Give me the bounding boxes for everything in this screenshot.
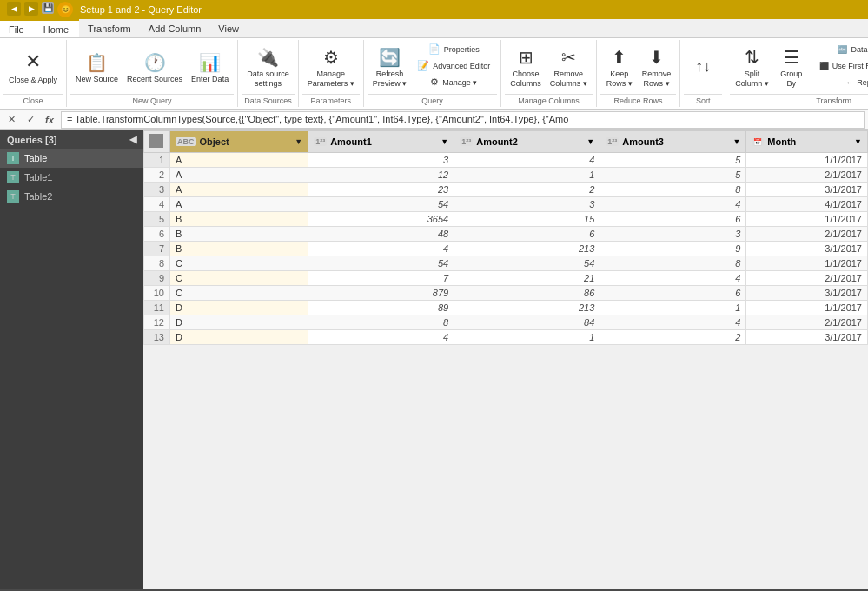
table-icon: T: [7, 152, 19, 164]
ribbon-group-manage-columns: ⊞ ChooseColumns ✂ RemoveColumns ▾ Manage…: [501, 40, 597, 107]
col-header-month[interactable]: 📅 Month ▼: [746, 131, 868, 153]
ribbon: ✕ Close & Apply Close 📋 New Source 🕐 Rec…: [0, 38, 868, 110]
close-apply-button[interactable]: ✕ Close & Apply: [5, 42, 61, 94]
object-filter-button[interactable]: ▼: [295, 137, 302, 146]
table-row: 13D4123/1/2017: [144, 330, 868, 345]
object-cell: C: [170, 271, 308, 286]
refresh-preview-button[interactable]: 🔄 RefreshPreview ▾: [369, 42, 411, 94]
tab-home[interactable]: Home: [33, 19, 79, 37]
amount1-cell: 8: [308, 315, 454, 330]
amount3-cell: 3: [600, 227, 746, 242]
col-header-object[interactable]: ABC Object ▼: [170, 131, 308, 153]
month-cell: 2/1/2017: [746, 227, 868, 242]
col-header-month-label: Month: [767, 136, 796, 147]
group-by-icon: ☰: [784, 47, 799, 68]
properties-button[interactable]: 📄 Properties: [412, 42, 495, 57]
back-icon[interactable]: ◀: [7, 2, 21, 16]
row-num-cell: 9: [144, 271, 170, 286]
first-row-headers-button[interactable]: ⬛ Use First Row As Headers ▾: [814, 58, 868, 74]
manage-parameters-button[interactable]: ⚙ ManageParameters ▾: [304, 42, 358, 94]
month-cell: 2/1/2017: [746, 315, 868, 330]
remove-rows-button[interactable]: ⬇ RemoveRows ▾: [639, 42, 675, 94]
formula-fx-button[interactable]: fx: [42, 112, 57, 128]
data-area: ABC Object ▼ 1²³ Amount1 ▼: [143, 130, 868, 589]
amount3-cell: 6: [600, 286, 746, 301]
formula-cancel-button[interactable]: ✕: [3, 112, 19, 128]
object-cell: A: [170, 197, 308, 212]
sort-asc-button[interactable]: ↑↓: [686, 42, 720, 94]
col-header-amount3[interactable]: 1²³ Amount3 ▼: [600, 131, 746, 153]
data-source-settings-button[interactable]: 🔌 Data sourcesettings: [243, 42, 293, 94]
choose-columns-button[interactable]: ⊞ ChooseColumns: [507, 42, 545, 94]
sidebar-item-table2[interactable]: T Table2: [0, 187, 143, 206]
amount1-type-icon: 1²³: [314, 137, 327, 146]
row-num-cell: 10: [144, 286, 170, 301]
choose-columns-icon: ⊞: [519, 47, 533, 68]
split-column-icon: ⇅: [745, 47, 759, 68]
recent-sources-button[interactable]: 🕐 Recent Sources: [123, 42, 186, 94]
replace-values-button[interactable]: ↔ Replace Values: [821, 75, 868, 90]
data-table: ABC Object ▼ 1²³ Amount1 ▼: [143, 130, 868, 345]
table-row: 4A54344/1/2017: [144, 197, 868, 212]
amount2-type-icon: 1²³: [460, 137, 473, 146]
save-icon[interactable]: 💾: [42, 2, 54, 14]
sidebar-header: Queries [3] ◀: [0, 130, 143, 149]
object-cell: D: [170, 330, 308, 345]
remove-rows-icon: ⬇: [649, 47, 664, 68]
object-cell: C: [170, 256, 308, 271]
amount3-cell: 9: [600, 242, 746, 256]
title-bar: ◀ ▶ 💾 😊 Setup 1 and 2 - Query Editor: [0, 0, 868, 19]
tab-view[interactable]: View: [209, 19, 248, 37]
query-right-col: 📄 Properties 📝 Advanced Editor ⚙ Manage …: [412, 42, 495, 90]
row-num-cell: 2: [144, 168, 170, 183]
amount1-filter-button[interactable]: ▼: [441, 137, 448, 146]
data-sources-group-buttons: 🔌 Data sourcesettings: [242, 40, 295, 94]
query-group-buttons: 🔄 RefreshPreview ▾ 📄 Properties 📝 Advanc…: [368, 40, 498, 94]
tab-file[interactable]: File: [0, 19, 33, 37]
remove-columns-button[interactable]: ✂ RemoveColumns ▾: [547, 42, 591, 94]
forward-icon[interactable]: ▶: [24, 2, 38, 16]
ribbon-group-transform: ⇅ SplitColumn ▾ ☰ GroupBy 🔤 Data Type: T…: [726, 40, 868, 107]
month-cell: 2/1/2017: [746, 271, 868, 286]
sidebar-item-table[interactable]: T Table: [0, 149, 143, 168]
col-header-amount2[interactable]: 1²³ Amount2 ▼: [454, 131, 600, 153]
amount1-cell: 54: [308, 197, 454, 212]
sidebar-item-table1[interactable]: T Table1: [0, 168, 143, 187]
group-by-button[interactable]: ☰ GroupBy: [774, 42, 809, 94]
advanced-editor-button[interactable]: 📝 Advanced Editor: [412, 58, 495, 74]
table-row: 1A3451/1/2017: [144, 153, 868, 168]
advanced-editor-icon: 📝: [417, 60, 429, 71]
amount3-type-icon: 1²³: [606, 137, 619, 146]
object-cell: B: [170, 242, 308, 256]
data-type-button[interactable]: 🔤 Data Type: Text ▾: [814, 42, 868, 57]
formula-accept-button[interactable]: ✓: [23, 112, 38, 128]
split-column-button[interactable]: ⇅ SplitColumn ▾: [732, 42, 772, 94]
data-type-icon: 🔤: [838, 45, 847, 55]
menu-bar: File Home Transform Add Column View: [0, 19, 868, 38]
new-source-icon: 📋: [86, 52, 108, 73]
amount1-cell: 89: [308, 301, 454, 315]
keep-rows-button[interactable]: ⬆ KeepRows ▾: [602, 42, 637, 94]
new-source-button[interactable]: 📋 New Source: [72, 42, 122, 94]
amount3-filter-button[interactable]: ▼: [732, 137, 740, 146]
amount2-filter-button[interactable]: ▼: [586, 137, 594, 146]
sidebar-collapse-button[interactable]: ◀: [129, 134, 136, 145]
month-filter-button[interactable]: ▼: [854, 137, 862, 146]
formula-input[interactable]: = Table.TransformColumnTypes(Source,{{"O…: [61, 111, 865, 129]
replace-values-icon: ↔: [845, 78, 853, 88]
col-header-amount1[interactable]: 1²³ Amount1 ▼: [308, 131, 454, 153]
amount1-cell: 3654: [308, 212, 454, 227]
tab-transform[interactable]: Transform: [79, 19, 140, 37]
enter-data-button[interactable]: 📊 Enter Data: [188, 42, 232, 94]
manage-button[interactable]: ⚙ Manage ▾: [412, 75, 495, 90]
amount3-cell: 2: [600, 330, 746, 345]
sidebar-item-table-label: Table: [24, 153, 47, 163]
parameters-group-buttons: ⚙ ManageParameters ▾: [302, 40, 360, 94]
amount3-cell: 4: [600, 271, 746, 286]
tab-add-column[interactable]: Add Column: [140, 19, 210, 37]
amount2-cell: 6: [454, 227, 600, 242]
data-source-settings-icon: 🔌: [257, 47, 279, 68]
ribbon-group-new-query: 📋 New Source 🕐 Recent Sources 📊 Enter Da…: [67, 40, 238, 107]
row-num-cell: 1: [144, 153, 170, 168]
close-apply-icon: ✕: [25, 50, 41, 73]
